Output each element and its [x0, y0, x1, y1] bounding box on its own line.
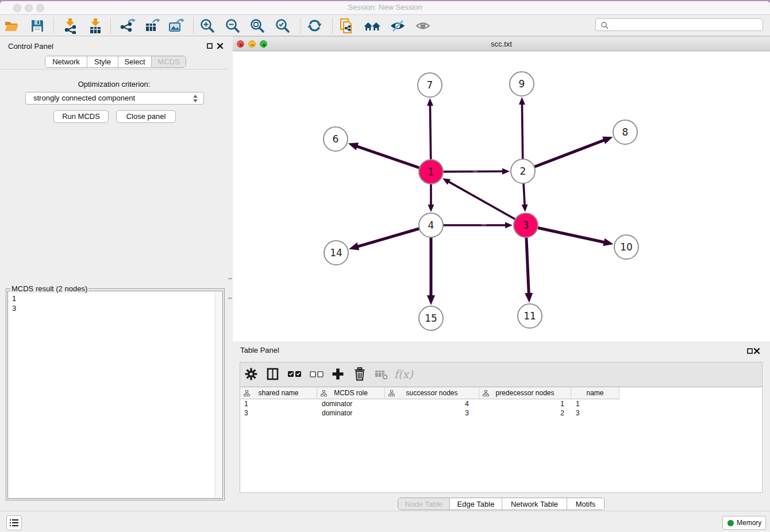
memory-button[interactable]: Memory: [722, 516, 766, 530]
tab-node-table[interactable]: Node Table: [398, 498, 450, 510]
mcds-result-line: 1: [12, 294, 16, 303]
export-table-icon[interactable]: [144, 18, 160, 34]
control-panel-tabs: NetworkStyleSelectMCDS: [45, 56, 186, 68]
tab-select[interactable]: Select: [118, 56, 152, 67]
export-network-icon[interactable]: [120, 18, 136, 34]
edge-arrowhead: [603, 238, 613, 246]
node-label-11: 11: [523, 310, 536, 322]
close-table-panel-icon[interactable]: [753, 348, 760, 354]
cell-successor-nodes[interactable]: 3: [385, 408, 479, 418]
status-bar: Memory: [0, 511, 770, 532]
edge-label-mark: [473, 171, 478, 172]
cell-name[interactable]: 1: [571, 399, 619, 408]
window-title: Session: New Session: [0, 3, 770, 11]
table-toolbar: f(x): [240, 362, 763, 387]
tab-network[interactable]: Network: [45, 56, 87, 67]
search-input[interactable]: [595, 18, 763, 31]
run-mcds-button[interactable]: Run MCDS: [53, 110, 109, 123]
float-panel-icon[interactable]: [207, 43, 213, 49]
splitter-handle[interactable]: [228, 278, 232, 279]
function-builder-icon[interactable]: f(x): [394, 366, 410, 382]
edge-3-1[interactable]: [448, 182, 526, 225]
refresh-layout-icon[interactable]: [307, 18, 323, 34]
select-all-checkboxes-icon[interactable]: [287, 366, 303, 382]
mcds-result-box: MCDS result (2 nodes) 13: [6, 288, 225, 500]
edge-arrowhead: [427, 295, 435, 305]
tab-mcds[interactable]: MCDS: [152, 56, 186, 67]
edge-arrowhead: [348, 142, 359, 150]
network-canvas[interactable]: 1234678910111415: [233, 52, 770, 341]
tab-motifs[interactable]: Motifs: [567, 498, 604, 510]
zoom-selected-icon[interactable]: [275, 18, 291, 34]
import-table-icon[interactable]: [87, 18, 103, 34]
network-title: scc.txt: [233, 40, 770, 48]
open-session-icon[interactable]: [3, 18, 20, 34]
column-header-shared-name[interactable]: shared name: [240, 387, 317, 399]
column-header-predecessor-nodes[interactable]: predecessor nodes: [479, 387, 571, 399]
export-image-icon[interactable]: [168, 18, 184, 34]
column-header-MCDS-role[interactable]: MCDS role: [317, 387, 385, 399]
app-window: Session: New Session Control Panel: [0, 1, 770, 532]
new-network-from-selection-icon[interactable]: [339, 18, 355, 34]
cell-shared-name[interactable]: 3: [240, 408, 317, 418]
delete-column-icon[interactable]: [352, 366, 368, 382]
node-label-3: 3: [523, 219, 529, 231]
main-toolbar: [0, 16, 770, 36]
table-row[interactable]: 1dominator411: [240, 399, 762, 408]
cell-successor-nodes[interactable]: 4: [385, 399, 479, 408]
select-stepper-icon: [192, 94, 198, 103]
table-panel: Table Panel f(x) shared nameMCDS rolesuc…: [233, 341, 770, 512]
edge-arrowhead: [502, 168, 510, 175]
table-tabs: Node TableEdge TableNetwork TableMotifs: [398, 498, 605, 510]
node-label-4: 4: [428, 219, 434, 231]
close-panel-icon[interactable]: [217, 43, 224, 49]
table-row[interactable]: 3dominator323: [240, 408, 762, 418]
table-settings-gear-icon[interactable]: [243, 366, 259, 382]
float-table-panel-icon[interactable]: [747, 348, 753, 354]
optimization-criterion-label: Optimization criterion:: [0, 80, 228, 88]
deselect-all-checkboxes-icon[interactable]: [309, 366, 325, 382]
zoom-fit-icon[interactable]: [249, 18, 265, 34]
split-columns-icon[interactable]: [265, 366, 281, 382]
column-header-successor-nodes[interactable]: successor nodes: [385, 387, 479, 399]
node-label-6: 6: [333, 133, 339, 145]
mcds-panel: Optimization criterion: strongly connect…: [0, 68, 228, 504]
cell-MCDS-role[interactable]: dominator: [317, 399, 385, 408]
control-panel-title: Control Panel: [8, 42, 53, 51]
node-label-10: 10: [620, 241, 633, 253]
close-panel-button[interactable]: Close panel: [116, 110, 176, 123]
tab-edge-table[interactable]: Edge Table: [450, 498, 502, 510]
edge-2-8[interactable]: [523, 140, 605, 171]
splitter-handle[interactable]: [228, 298, 232, 299]
cell-shared-name[interactable]: 1: [240, 399, 317, 408]
save-session-icon[interactable]: [29, 18, 45, 34]
edge-arrowhead: [428, 205, 434, 212]
memory-label: Memory: [737, 519, 761, 527]
result-scrollbar[interactable]: [215, 292, 222, 498]
node-label-1: 1: [428, 166, 434, 178]
add-column-icon[interactable]: [330, 366, 346, 382]
zoom-out-icon[interactable]: [225, 18, 241, 34]
show-hide-graphics-icon[interactable]: [390, 18, 406, 34]
optimization-criterion-select[interactable]: strongly connected component: [25, 92, 204, 105]
cell-name[interactable]: 3: [571, 408, 619, 418]
tab-style[interactable]: Style: [87, 56, 118, 67]
mcds-result-area[interactable]: 13: [7, 291, 223, 499]
hide-details-icon[interactable]: [415, 18, 431, 34]
first-neighbors-icon[interactable]: [364, 18, 380, 34]
cell-MCDS-role[interactable]: dominator: [317, 408, 385, 418]
import-network-icon[interactable]: [62, 18, 78, 34]
node-label-14: 14: [330, 247, 342, 259]
delete-table-icon[interactable]: [374, 366, 390, 382]
zoom-in-icon[interactable]: [199, 18, 215, 34]
table-panel-title: Table Panel: [240, 346, 279, 354]
cell-predecessor-nodes[interactable]: 1: [479, 399, 571, 408]
column-header-name[interactable]: name: [571, 387, 619, 399]
tab-network-table[interactable]: Network Table: [502, 498, 567, 510]
control-panel: Control Panel NetworkStyleSelectMCDS Opt…: [0, 36, 228, 511]
node-label-7: 7: [427, 79, 433, 91]
cell-predecessor-nodes[interactable]: 2: [479, 408, 571, 418]
node-label-9: 9: [519, 78, 525, 90]
show-panels-button[interactable]: [6, 515, 22, 530]
node-label-15: 15: [425, 313, 437, 324]
